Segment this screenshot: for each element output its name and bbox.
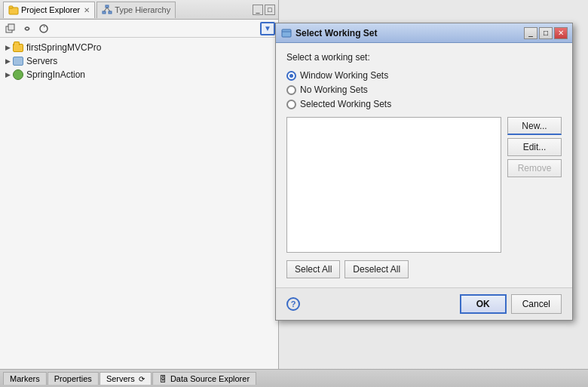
dialog-content-area: New... Edit... Remove <box>286 117 562 253</box>
remove-button[interactable]: Remove <box>507 159 562 177</box>
dialog-close-btn[interactable]: ✕ <box>554 27 568 39</box>
radio-input-none[interactable] <box>286 85 296 95</box>
dialog-prompt-text: Select a working set: <box>286 52 562 63</box>
dialog-minimize-btn[interactable]: _ <box>524 27 537 39</box>
radio-input-window[interactable] <box>286 71 296 81</box>
side-buttons: New... Edit... Remove <box>507 117 562 253</box>
radio-label-selected: Selected Working Sets <box>300 99 391 109</box>
dialog-body: Select a working set: Window Working Set… <box>276 43 572 287</box>
bottom-buttons-row: Select All Deselect All <box>286 260 562 278</box>
radio-no-working-sets[interactable]: No Working Sets <box>286 84 562 95</box>
dialog-window-buttons: _ □ ✕ <box>524 27 568 39</box>
edit-button[interactable]: Edit... <box>507 138 562 156</box>
radio-dot-window <box>289 74 293 78</box>
modal-overlay: Select Working Set _ □ ✕ Select a workin… <box>0 0 588 387</box>
select-working-set-dialog: Select Working Set _ □ ✕ Select a workin… <box>275 23 573 321</box>
dialog-title-icon <box>280 27 292 39</box>
deselect-all-button[interactable]: Deselect All <box>345 260 409 278</box>
ok-button[interactable]: OK <box>460 294 507 314</box>
dialog-titlebar: Select Working Set _ □ ✕ <box>276 23 572 43</box>
cancel-button[interactable]: Cancel <box>511 294 562 314</box>
radio-window-working-sets[interactable]: Window Working Sets <box>286 70 562 81</box>
radio-label-window: Window Working Sets <box>300 70 388 81</box>
radio-selected-working-sets[interactable]: Selected Working Sets <box>286 99 562 109</box>
help-button[interactable]: ? <box>286 297 300 311</box>
dialog-maximize-btn[interactable]: □ <box>539 27 553 39</box>
svg-rect-10 <box>282 29 291 37</box>
working-set-list[interactable] <box>286 117 501 253</box>
radio-label-none: No Working Sets <box>300 84 368 95</box>
dialog-title: Select Working Set <box>296 28 524 38</box>
radio-group-working-set: Window Working Sets No Working Sets Sele… <box>286 70 562 109</box>
dialog-footer: ? OK Cancel <box>276 287 572 320</box>
new-button[interactable]: New... <box>507 117 562 135</box>
select-all-button[interactable]: Select All <box>286 260 340 278</box>
ide-background: Project Explorer ✕ Type Hierarchy _ <box>0 0 588 387</box>
radio-input-selected[interactable] <box>286 100 296 109</box>
